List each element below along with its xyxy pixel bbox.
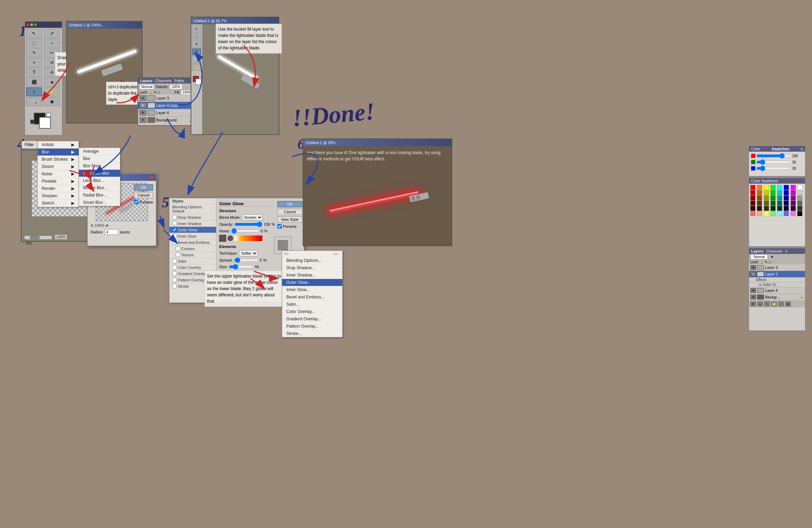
color-swatch[interactable] — [784, 190, 789, 195]
radius-input[interactable] — [105, 229, 119, 235]
color-swatch[interactable] — [791, 201, 796, 206]
color-swatch[interactable] — [791, 185, 796, 190]
color-swatch[interactable] — [791, 190, 796, 195]
link-icon[interactable]: ⛓ — [750, 302, 756, 306]
size-slider[interactable] — [229, 264, 253, 270]
color-swatch[interactable] — [764, 211, 769, 216]
style-contour[interactable]: Contour — [169, 246, 216, 252]
technique-select[interactable]: Softer — [239, 250, 258, 256]
color-swatch[interactable] — [757, 201, 762, 206]
color-swatch[interactable] — [771, 201, 775, 206]
gaussian-ok-button[interactable]: OK — [134, 184, 153, 191]
blur-radial[interactable]: Radial Blur... — [79, 192, 120, 199]
filter-blur[interactable]: Blur▶ — [38, 149, 79, 156]
color-swatch[interactable] — [784, 195, 789, 200]
layer-styles-preview-label[interactable]: Preview — [277, 224, 302, 229]
delete-layer-icon[interactable]: 🗑 — [785, 302, 791, 306]
style-outer-glow[interactable]: Outer Glow — [169, 227, 216, 233]
blur-smart[interactable]: Smart Blur... — [79, 199, 120, 206]
color-swatch[interactable] — [777, 211, 782, 216]
filter-brush-strokes[interactable]: Brush Strokes▶ — [38, 156, 79, 163]
filter-distort[interactable]: Distort▶ — [38, 163, 79, 170]
color-swatch[interactable] — [777, 195, 782, 200]
color-swatch[interactable] — [750, 185, 755, 190]
color-swatch[interactable] — [757, 190, 762, 195]
ctx-stroke[interactable]: Stroke... — [282, 330, 342, 337]
blur-average[interactable]: Average — [79, 148, 120, 155]
color-swatch[interactable] — [777, 185, 782, 190]
color-swatch[interactable] — [757, 195, 762, 200]
color-swatch[interactable] — [797, 201, 802, 206]
fx-icon[interactable]: fx — [757, 302, 763, 306]
filter-sketch[interactable]: Sketch▶ — [38, 200, 79, 207]
color-swatch[interactable] — [791, 211, 796, 216]
color-swatch[interactable] — [791, 195, 796, 200]
color-swatch[interactable] — [797, 211, 802, 216]
ctx-color-overlay[interactable]: Color Overlay... — [282, 308, 342, 315]
new-style-button[interactable]: New Style — [277, 216, 302, 223]
color-swatch[interactable] — [771, 211, 775, 216]
color-swatch[interactable] — [750, 211, 755, 216]
color-swatch[interactable] — [764, 201, 769, 206]
ctx-inner-glow[interactable]: Inner Glow... — [282, 286, 342, 294]
color-swatch[interactable] — [764, 190, 769, 195]
red-slider[interactable] — [756, 153, 791, 159]
filter-render[interactable]: Render▶ — [38, 185, 79, 192]
color-swatch[interactable] — [771, 190, 775, 195]
style-satin[interactable]: Satin — [169, 258, 216, 264]
filter-menu-label[interactable]: Filter — [22, 141, 37, 149]
color-swatch[interactable] — [784, 185, 789, 190]
ctx-pattern-overlay[interactable]: Pattern Overlay... — [282, 323, 342, 330]
blur-lens[interactable]: Lens Blur... — [79, 177, 120, 184]
noise-slider[interactable] — [231, 228, 259, 234]
blur-gaussian[interactable]: Gaussian Blur — [79, 170, 120, 177]
color-swatch[interactable] — [757, 211, 762, 216]
color-swatch[interactable] — [757, 185, 762, 190]
color-swatch[interactable] — [777, 190, 782, 195]
ctx-blending-options[interactable]: Blending Options... — [282, 257, 342, 264]
gaussian-cancel-button[interactable]: Cancel — [134, 192, 153, 198]
ctx-inner-shadow[interactable]: Inner Shadow... — [282, 272, 342, 279]
color-swatch[interactable] — [784, 206, 789, 211]
ctx-satin[interactable]: Satin... — [282, 301, 342, 308]
color-swatch[interactable] — [750, 201, 755, 206]
color-swatch[interactable] — [750, 190, 755, 195]
style-blending-options[interactable]: Blending Options: Default — [169, 204, 216, 214]
style-inner-glow[interactable]: Inner Glow — [169, 233, 216, 239]
blur-blur[interactable]: Blur — [79, 155, 120, 162]
folder-icon[interactable]: 📁 — [771, 302, 777, 306]
color-swatch[interactable] — [784, 211, 789, 216]
ctx-outer-glow[interactable]: Outer Glow... — [282, 279, 342, 286]
mask-icon[interactable]: □ — [764, 302, 770, 306]
color-swatch[interactable] — [771, 185, 775, 190]
filter-artistic[interactable]: Artistic▶ — [38, 141, 79, 149]
opacity-slider[interactable] — [234, 222, 262, 227]
color-swatch[interactable] — [791, 206, 796, 211]
green-slider[interactable] — [756, 159, 791, 165]
color-swatch[interactable] — [771, 206, 775, 211]
color-swatch[interactable] — [764, 206, 769, 211]
blur-more[interactable]: Blur More — [79, 162, 120, 170]
blur-motion[interactable]: Motion Blur... — [79, 184, 120, 192]
spread-slider[interactable] — [234, 257, 258, 263]
style-inner-shadow[interactable]: Inner Shadow — [169, 221, 216, 227]
ctx-drop-shadow[interactable]: Drop Shadow... — [282, 264, 342, 272]
layer-styles-ok-button[interactable]: OK — [277, 201, 302, 207]
new-layer-icon[interactable]: + — [778, 302, 784, 306]
blend-mode-select[interactable]: Screen — [242, 214, 263, 221]
style-texture[interactable]: Texture — [169, 252, 216, 258]
filter-pixelate[interactable]: Pixelate▶ — [38, 178, 79, 185]
color-swatch[interactable] — [777, 206, 782, 211]
color-swatch[interactable] — [797, 190, 802, 195]
style-bevel-emboss[interactable]: Bevel and Emboss — [169, 239, 216, 246]
blue-slider[interactable] — [756, 166, 791, 171]
color-swatch[interactable] — [797, 185, 802, 190]
layer-styles-cancel-button[interactable]: Cancel — [277, 209, 302, 215]
color-gradient-preview[interactable] — [234, 235, 262, 241]
style-drop-shadow[interactable]: Drop Shadow — [169, 214, 216, 221]
color-swatch[interactable] — [764, 195, 769, 200]
color-mode-icon[interactable] — [219, 235, 226, 242]
filter-sharpen[interactable]: Sharpen▶ — [38, 192, 79, 200]
color-swatch[interactable] — [777, 201, 782, 206]
color-swatch[interactable] — [784, 201, 789, 206]
